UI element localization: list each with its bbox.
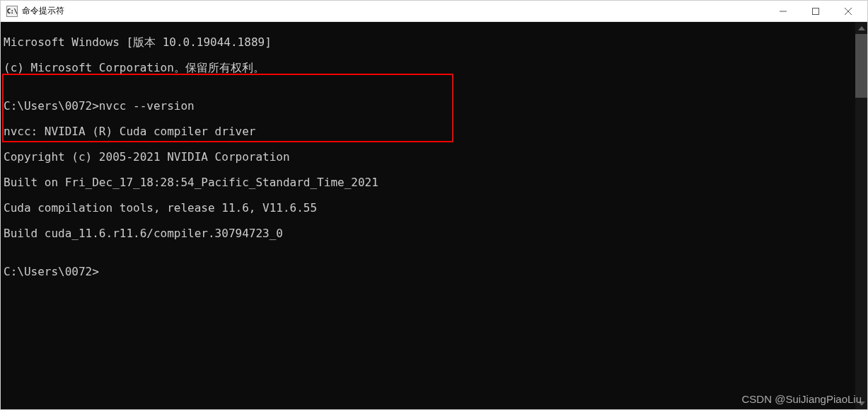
window-title: 命令提示符 [22, 5, 767, 17]
window-controls [767, 1, 864, 21]
minimize-icon [780, 8, 787, 15]
chevron-up-icon [858, 26, 865, 30]
close-icon [845, 8, 852, 15]
scroll-track[interactable] [855, 34, 867, 397]
terminal-line: Cuda compilation tools, release 11.6, V1… [4, 202, 852, 215]
terminal-line: (c) Microsoft Corporation。保留所有权利。 [4, 62, 852, 74]
terminal-line: Built on Fri_Dec_17_18:28:54_Pacific_Sta… [4, 176, 852, 189]
svg-rect-1 [813, 8, 819, 14]
titlebar[interactable]: C:\ 命令提示符 [1, 1, 867, 22]
cmd-window: C:\ 命令提示符 Microsoft Windows [版本 10.0.190… [0, 0, 868, 410]
maximize-button[interactable] [799, 1, 832, 21]
terminal-line: C:\Users\0072>nvcc --version [4, 100, 852, 113]
chevron-down-icon [858, 402, 865, 406]
terminal-prompt: C:\Users\0072> [4, 266, 852, 278]
terminal-line: Microsoft Windows [版本 10.0.19044.1889] [4, 36, 852, 49]
terminal-content[interactable]: Microsoft Windows [版本 10.0.19044.1889] (… [1, 22, 855, 409]
scroll-thumb[interactable] [855, 34, 867, 98]
scroll-down-button[interactable] [855, 397, 867, 409]
minimize-button[interactable] [767, 1, 799, 21]
cmd-icon: C:\ [6, 6, 18, 17]
terminal-line: nvcc: NVIDIA (R) Cuda compiler driver [4, 125, 852, 138]
terminal-area: Microsoft Windows [版本 10.0.19044.1889] (… [1, 22, 867, 409]
maximize-icon [812, 8, 819, 15]
close-button[interactable] [832, 1, 864, 21]
scroll-up-button[interactable] [855, 22, 867, 34]
vertical-scrollbar[interactable] [855, 22, 867, 409]
terminal-line: Build cuda_11.6.r11.6/compiler.30794723_… [4, 227, 852, 240]
terminal-line: Copyright (c) 2005-2021 NVIDIA Corporati… [4, 151, 852, 164]
